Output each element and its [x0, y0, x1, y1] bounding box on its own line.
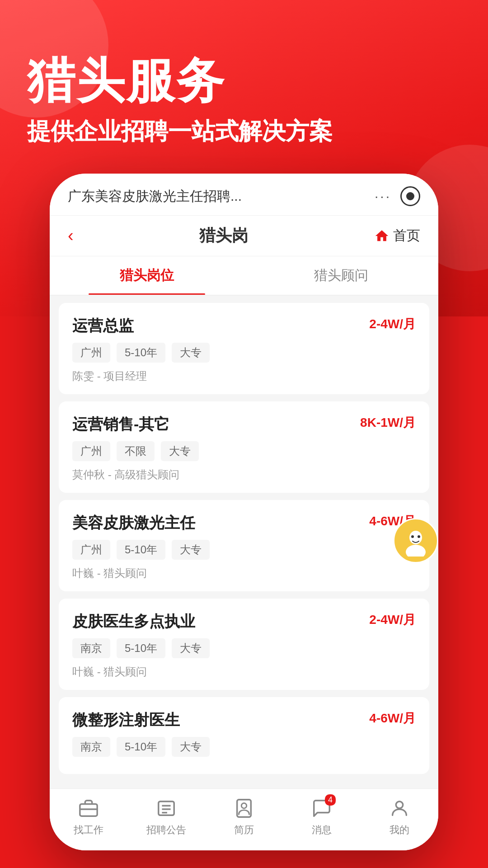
nav-resume[interactable]: 简历 — [205, 797, 283, 837]
tab-positions[interactable]: 猎头岗位 — [50, 256, 244, 295]
phone-navbar: ‹ 猎头岗 首页 — [50, 216, 438, 256]
job-consultant: 叶巍 - 猎头顾问 — [72, 665, 416, 679]
floating-avatar — [393, 518, 438, 563]
job-title: 美容皮肤激光主任 — [72, 513, 195, 533]
job-salary: 4-6W/月 — [369, 710, 416, 727]
tag-experience: 5-10年 — [117, 638, 165, 658]
tag-location: 南京 — [72, 638, 110, 658]
job-title: 皮肤医生多点执业 — [72, 611, 195, 632]
job-card[interactable]: 运营销售-其它 8K-1W/月 广州 不限 大专 莫仲秋 - 高级猎头顾问 — [59, 401, 429, 493]
more-dots-icon[interactable]: ··· — [375, 189, 391, 204]
profile-icon — [388, 797, 411, 820]
job-tags: 广州 5-10年 大专 — [72, 343, 416, 363]
job-tags: 南京 5-10年 大专 — [72, 638, 416, 658]
nav-recruit[interactable]: 招聘公告 — [127, 797, 205, 837]
resume-icon — [233, 797, 255, 820]
nav-find-job-label: 找工作 — [74, 823, 103, 837]
tag-location: 南京 — [72, 737, 110, 757]
job-consultant: 莫仲秋 - 高级猎头顾问 — [72, 467, 416, 482]
tag-experience: 不限 — [117, 441, 155, 461]
tag-education: 大专 — [172, 540, 210, 560]
tag-experience: 5-10年 — [117, 540, 165, 560]
topbar-title: 广东美容皮肤激光主任招聘... — [68, 187, 375, 206]
nav-profile[interactable]: 我的 — [361, 797, 438, 837]
job-consultant: 叶巍 - 猎头顾问 — [72, 566, 416, 580]
nav-message[interactable]: 4 消息 — [283, 797, 361, 837]
job-title: 运营销售-其它 — [72, 414, 169, 435]
job-tags: 广州 5-10年 大专 — [72, 540, 416, 560]
home-icon — [374, 228, 389, 244]
job-salary: 2-4W/月 — [369, 316, 416, 333]
tag-experience: 5-10年 — [117, 737, 165, 757]
job-card[interactable]: 运营总监 2-4W/月 广州 5-10年 大专 陈雯 - 项目经理 — [59, 303, 429, 394]
bottom-nav: 找工作 招聘公告 简历 — [50, 788, 438, 850]
job-list: 运营总监 2-4W/月 广州 5-10年 大专 陈雯 - 项目经理 运营销售-其… — [50, 296, 438, 788]
job-tags: 广州 不限 大专 — [72, 441, 416, 461]
tab-consultants[interactable]: 猎头顾问 — [244, 256, 438, 295]
home-button[interactable]: 首页 — [374, 226, 420, 245]
back-button[interactable]: ‹ — [68, 226, 74, 245]
job-card[interactable]: 微整形注射医生 4-6W/月 南京 5-10年 大专 — [59, 697, 429, 774]
tag-location: 广州 — [72, 441, 110, 461]
announce-icon — [155, 797, 178, 820]
tag-education: 大专 — [172, 638, 210, 658]
job-consultant: 陈雯 - 项目经理 — [72, 369, 416, 383]
job-title: 运营总监 — [72, 316, 134, 336]
nav-find-job[interactable]: 找工作 — [50, 797, 127, 837]
tag-education: 大专 — [172, 737, 210, 757]
job-title: 微整形注射医生 — [72, 710, 180, 731]
camera-inner-dot — [406, 192, 414, 200]
hero-section: 猎头服务 提供企业招聘一站式解决方案 — [0, 0, 488, 146]
hero-title: 猎头服务 — [27, 54, 461, 107]
tag-location: 广州 — [72, 343, 110, 363]
job-salary: 8K-1W/月 — [360, 414, 416, 431]
job-salary: 2-4W/月 — [369, 611, 416, 628]
tag-education: 大专 — [161, 441, 199, 461]
home-label: 首页 — [393, 226, 420, 245]
nav-resume-label: 简历 — [234, 823, 254, 837]
camera-icon[interactable] — [400, 186, 420, 206]
hero-subtitle: 提供企业招聘一站式解决方案 — [27, 116, 461, 147]
phone-topbar: 广东美容皮肤激光主任招聘... ··· — [50, 174, 438, 216]
message-badge: 4 — [325, 794, 336, 806]
nav-profile-label: 我的 — [389, 823, 409, 837]
svg-point-4 — [418, 535, 420, 538]
tag-education: 大专 — [172, 343, 210, 363]
svg-point-13 — [396, 802, 403, 808]
phone-tabs: 猎头岗位 猎头顾问 — [50, 256, 438, 296]
svg-point-12 — [241, 803, 247, 809]
svg-point-3 — [411, 535, 414, 538]
tag-location: 广州 — [72, 540, 110, 560]
job-card[interactable]: 皮肤医生多点执业 2-4W/月 南京 5-10年 大专 叶巍 - 猎头顾问 — [59, 599, 429, 690]
message-icon: 4 — [310, 797, 333, 820]
topbar-icons: ··· — [375, 186, 420, 206]
svg-rect-5 — [80, 804, 97, 816]
phone-mockup: 广东美容皮肤激光主任招聘... ··· ‹ 猎头岗 首页 猎头岗位 猎头顾问 — [50, 174, 438, 850]
briefcase-icon — [77, 797, 100, 820]
job-card[interactable]: 美容皮肤激光主任 4-6W/月 广州 5-10年 大专 叶巍 - 猎头顾问 — [59, 500, 429, 591]
nav-recruit-label: 招聘公告 — [146, 823, 186, 837]
navbar-title: 猎头岗 — [199, 225, 248, 247]
tag-experience: 5-10年 — [117, 343, 165, 363]
job-tags: 南京 5-10年 大专 — [72, 737, 416, 757]
nav-message-label: 消息 — [312, 823, 332, 837]
